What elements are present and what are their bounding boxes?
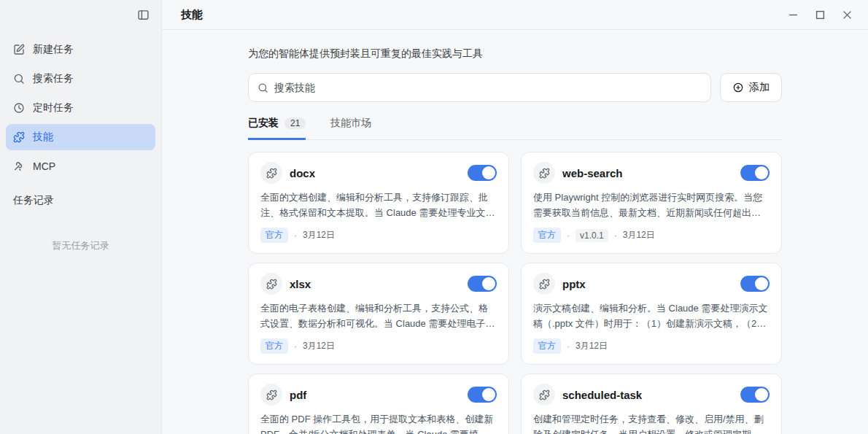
skill-name: scheduled-task: [562, 389, 642, 401]
minimize-icon[interactable]: [788, 10, 798, 20]
meta-separator: ·: [567, 230, 570, 241]
content: 为您的智能体提供预封装且可重复的最佳实践与工具 添加 已安装: [162, 30, 868, 434]
sidebar-item-label: MCP: [33, 160, 55, 172]
sidebar-item-mcp[interactable]: MCP: [6, 153, 155, 179]
meta-separator: ·: [294, 341, 297, 352]
add-button-label: 添加: [749, 81, 770, 94]
search-icon: [13, 73, 25, 85]
skill-card-web-search: web-search 使用 Playwright 控制的浏览器进行实时网页搜索。…: [521, 152, 782, 254]
skill-description: 全面的文档创建、编辑和分析工具，支持修订跟踪、批注、格式保留和文本提取。当 Cl…: [260, 190, 497, 220]
puzzle-icon: [533, 273, 555, 295]
puzzle-icon: [260, 384, 282, 406]
meta-separator: ·: [614, 230, 617, 241]
window-controls: [788, 10, 852, 20]
sidebar-item-new-task[interactable]: 新建任务: [6, 36, 155, 63]
official-badge: 官方: [533, 228, 561, 243]
skill-card-docx: docx 全面的文档创建、编辑和分析工具，支持修订跟踪、批注、格式保留和文本提取…: [248, 152, 509, 254]
skill-date: 3月12日: [623, 229, 655, 241]
puzzle-icon: [533, 384, 555, 406]
version-badge: v1.0.1: [576, 229, 608, 242]
skill-description: 创建和管理定时任务，支持查看、修改、启用/禁用、删除及创建定时任务。当用户想设置…: [533, 412, 770, 434]
skill-description: 演示文稿创建、编辑和分析。当 Claude 需要处理演示文稿（.pptx 文件）…: [533, 301, 770, 331]
official-badge: 官方: [533, 338, 561, 354]
skill-toggle[interactable]: [468, 387, 497, 403]
skill-card-scheduled-task: scheduled-task 创建和管理定时任务，支持查看、修改、启用/禁用、删…: [521, 373, 782, 434]
sidebar-item-scheduled-task[interactable]: 定时任务: [6, 95, 155, 121]
sidebar-item-label: 定时任务: [33, 101, 74, 115]
panel-left-icon[interactable]: [137, 9, 150, 21]
sidebar: 新建任务 搜索任务 定时任务 技能 MCP 任务记录 暂无任务: [0, 0, 162, 434]
meta-separator: ·: [294, 230, 297, 241]
page-title: 技能: [181, 8, 203, 22]
tab-label: 技能市场: [330, 117, 371, 130]
skill-description: 全面的电子表格创建、编辑和分析工具，支持公式、格式设置、数据分析和可视化。当 C…: [260, 301, 497, 331]
search-box: [248, 73, 711, 102]
tab-label: 已安装: [248, 117, 279, 130]
search-icon: [257, 82, 268, 93]
skill-name: web-search: [562, 167, 623, 179]
skill-name: docx: [290, 167, 315, 179]
add-skill-button[interactable]: 添加: [720, 73, 782, 102]
skill-card-pdf: pdf 全面的 PDF 操作工具包，用于提取文本和表格、创建新 PDF、合并/拆…: [248, 373, 509, 434]
sidebar-item-skills[interactable]: 技能: [6, 124, 155, 150]
mcp-icon: [13, 160, 25, 172]
skill-date: 3月12日: [303, 340, 335, 352]
sidebar-item-search-task[interactable]: 搜索任务: [6, 66, 155, 92]
main-area: 技能 为您的智能体提供预封装且可重复的最佳实践与工具: [162, 0, 868, 434]
sidebar-nav: 新建任务 搜索任务 定时任务 技能 MCP: [0, 29, 161, 182]
meta-separator: ·: [567, 341, 570, 352]
skill-name: pdf: [290, 389, 306, 401]
sidebar-item-label: 搜索任务: [33, 72, 74, 85]
official-badge: 官方: [260, 228, 288, 243]
skill-cards-grid: docx 全面的文档创建、编辑和分析工具，支持修订跟踪、批注、格式保留和文本提取…: [248, 152, 782, 434]
plus-circle-icon: [732, 82, 744, 93]
puzzle-icon: [13, 131, 25, 143]
tab-installed[interactable]: 已安装 21: [248, 117, 306, 140]
skill-card-pptx: pptx 演示文稿创建、编辑和分析。当 Claude 需要处理演示文稿（.ppt…: [521, 263, 782, 365]
skill-description: 全面的 PDF 操作工具包，用于提取文本和表格、创建新 PDF、合并/拆分文档和…: [260, 412, 497, 434]
skill-description: 使用 Playwright 控制的浏览器进行实时网页搜索。当您需要获取当前信息、…: [533, 190, 770, 220]
sidebar-item-label: 技能: [33, 131, 53, 144]
official-badge: 官方: [260, 338, 288, 354]
skill-toggle[interactable]: [740, 387, 770, 403]
tabs: 已安装 21 技能市场: [248, 117, 782, 140]
titlebar: 技能: [162, 0, 868, 30]
close-icon[interactable]: [842, 10, 852, 20]
maximize-icon[interactable]: [815, 10, 825, 20]
search-input[interactable]: [274, 82, 702, 93]
skill-name: pptx: [562, 278, 586, 290]
skill-toggle[interactable]: [468, 276, 497, 292]
puzzle-icon: [260, 162, 282, 184]
puzzle-icon: [260, 273, 282, 295]
skill-name: xlsx: [290, 278, 311, 290]
skill-date: 3月12日: [303, 229, 335, 241]
skill-card-xlsx: xlsx 全面的电子表格创建、编辑和分析工具，支持公式、格式设置、数据分析和可视…: [248, 263, 509, 365]
empty-task-records-text: 暂无任务记录: [0, 239, 161, 252]
skill-toggle[interactable]: [468, 165, 497, 181]
task-records-section-label: 任务记录: [0, 182, 161, 207]
page-description: 为您的智能体提供预封装且可重复的最佳实践与工具: [248, 47, 782, 61]
edit-icon: [13, 44, 25, 55]
sidebar-item-label: 新建任务: [33, 43, 74, 56]
skill-toggle[interactable]: [740, 165, 770, 181]
skill-date: 3月12日: [576, 340, 608, 352]
skill-toggle[interactable]: [740, 276, 770, 292]
clock-icon: [13, 102, 25, 114]
tab-marketplace[interactable]: 技能市场: [330, 117, 371, 140]
puzzle-icon: [533, 162, 555, 184]
installed-count-badge: 21: [284, 117, 306, 129]
